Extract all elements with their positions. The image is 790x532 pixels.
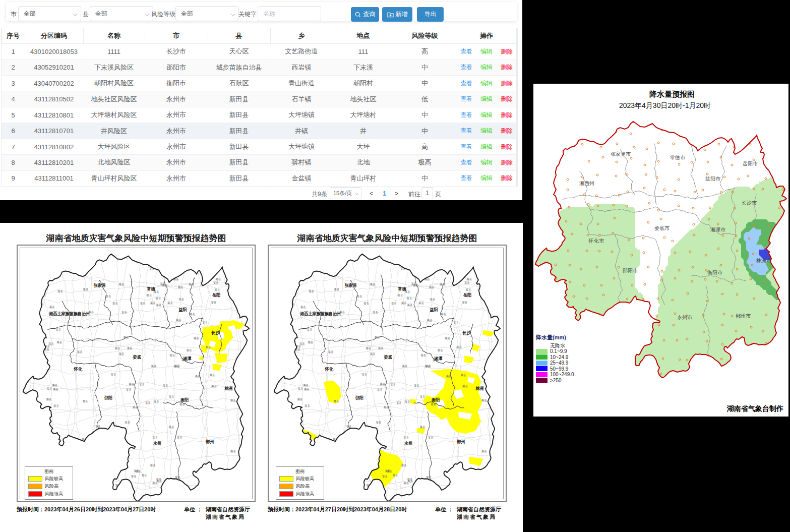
- svg-text:某县: 某县: [150, 302, 156, 305]
- svg-text:某县: 某县: [290, 282, 296, 285]
- svg-text:某县: 某县: [407, 297, 412, 300]
- svg-text:某县: 某县: [466, 288, 471, 291]
- svg-text:某县: 某县: [169, 395, 174, 398]
- svg-text:某县: 某县: [56, 328, 62, 331]
- svg-text:某县: 某县: [127, 347, 133, 350]
- svg-text:郴州: 郴州: [457, 439, 465, 444]
- svg-text:邵阳市: 邵阳市: [623, 268, 638, 273]
- svg-text:株洲: 株洲: [475, 386, 483, 391]
- svg-text:某县: 某县: [428, 436, 434, 439]
- svg-text:永州市: 永州市: [677, 315, 693, 320]
- svg-text:湘西土家族苗族自治州: 湘西土家族苗族自治州: [48, 311, 90, 316]
- svg-text:湘潭市: 湘潭市: [710, 227, 726, 232]
- svg-text:益阳: 益阳: [178, 307, 187, 312]
- svg-text:某县: 某县: [126, 388, 132, 391]
- svg-text:某县: 某县: [156, 297, 161, 300]
- svg-text:某县: 某县: [403, 482, 409, 485]
- svg-text:某县: 某县: [187, 349, 192, 352]
- svg-text:郴州市: 郴州市: [736, 313, 751, 319]
- svg-text:某县: 某县: [233, 290, 238, 293]
- svg-text:某县: 某县: [115, 347, 120, 350]
- svg-text:某县: 某县: [75, 461, 81, 464]
- svg-text:邵阳: 邵阳: [355, 395, 363, 400]
- svg-text:某县: 某县: [170, 354, 175, 357]
- svg-text:某县: 某县: [431, 403, 436, 406]
- svg-text:某县: 某县: [363, 302, 369, 305]
- svg-text:某县: 某县: [305, 404, 310, 407]
- svg-text:某县: 某县: [109, 460, 115, 463]
- svg-text:怀化: 怀化: [74, 367, 83, 372]
- svg-text:永州: 永州: [153, 441, 161, 446]
- svg-text:某县: 某县: [83, 288, 89, 291]
- svg-text:某县: 某县: [376, 421, 381, 424]
- svg-text:某县: 某县: [299, 342, 305, 345]
- svg-text:某县: 某县: [82, 448, 87, 451]
- svg-text:某县: 某县: [384, 406, 389, 409]
- svg-text:衡阳市: 衡阳市: [707, 270, 723, 275]
- svg-text:岳阳: 岳阳: [212, 292, 220, 297]
- svg-text:某县: 某县: [420, 426, 426, 429]
- svg-text:张家界市: 张家界市: [611, 151, 631, 157]
- svg-text:某县: 某县: [52, 384, 57, 387]
- svg-text:某县: 某县: [104, 456, 110, 459]
- svg-text:某县: 某县: [190, 313, 195, 316]
- svg-text:某县: 某县: [41, 437, 46, 440]
- svg-text:某县: 某县: [111, 430, 117, 433]
- svg-text:某县: 某县: [446, 375, 452, 378]
- svg-text:某县: 某县: [151, 364, 157, 367]
- svg-text:永州: 永州: [404, 441, 412, 446]
- svg-text:某县: 某县: [210, 374, 215, 377]
- svg-text:某县: 某县: [464, 281, 470, 284]
- svg-text:某县: 某县: [156, 304, 162, 307]
- svg-text:某县: 某县: [140, 302, 146, 305]
- svg-text:某县: 某县: [445, 336, 450, 339]
- svg-text:某县: 某县: [189, 282, 194, 285]
- svg-text:某县: 某县: [373, 311, 378, 314]
- svg-text:某县: 某县: [147, 294, 152, 297]
- svg-text:邵阳: 邵阳: [104, 395, 112, 400]
- svg-text:某县: 某县: [124, 336, 129, 339]
- svg-text:娄底: 娄底: [384, 354, 393, 360]
- svg-text:某县: 某县: [230, 399, 236, 402]
- svg-text:某县: 某县: [169, 426, 174, 429]
- svg-text:某县: 某县: [152, 482, 158, 485]
- svg-text:某县: 某县: [393, 474, 398, 477]
- svg-text:某县: 某县: [213, 281, 219, 284]
- svg-text:湘西土家族苗族自治州: 湘西土家族苗族自治州: [299, 311, 341, 316]
- svg-text:某县: 某县: [179, 403, 185, 406]
- svg-text:某县: 某县: [177, 436, 183, 439]
- svg-text:某县: 某县: [134, 469, 139, 472]
- svg-text:某县: 某县: [291, 358, 297, 361]
- svg-text:某县: 某县: [425, 365, 431, 368]
- svg-text:某县: 某县: [309, 290, 314, 293]
- svg-text:娄底市: 娄底市: [654, 225, 670, 231]
- svg-text:某县: 某县: [366, 347, 372, 350]
- svg-text:某县: 某县: [357, 295, 362, 298]
- svg-text:某县: 某县: [53, 404, 59, 407]
- svg-text:怀化: 怀化: [325, 367, 334, 372]
- svg-text:某县: 某县: [83, 400, 88, 403]
- svg-text:某县: 某县: [334, 288, 340, 291]
- svg-text:衡阳: 衡阳: [180, 397, 189, 402]
- svg-text:某县: 某县: [441, 313, 446, 316]
- svg-text:某县: 某县: [230, 449, 236, 452]
- svg-text:某县: 某县: [150, 463, 156, 466]
- svg-text:某县: 某县: [63, 457, 69, 460]
- svg-text:某县: 某县: [429, 286, 435, 289]
- svg-text:某县: 某县: [414, 384, 419, 387]
- svg-text:某县: 某县: [121, 311, 127, 314]
- svg-text:某县: 某县: [462, 385, 468, 388]
- svg-text:某县: 某县: [421, 354, 427, 357]
- svg-text:某县: 某县: [112, 302, 118, 305]
- svg-text:某县: 某县: [174, 365, 179, 368]
- svg-text:某县: 某县: [481, 399, 487, 402]
- svg-text:怀化市: 怀化市: [588, 238, 604, 244]
- svg-text:某县: 某县: [106, 295, 111, 298]
- svg-text:张家界: 张家界: [94, 283, 106, 288]
- svg-text:某县: 某县: [102, 438, 107, 441]
- svg-text:某县: 某县: [333, 448, 338, 451]
- svg-text:某县: 某县: [375, 336, 380, 339]
- svg-text:某县: 某县: [370, 352, 376, 355]
- svg-text:某县: 某县: [460, 271, 465, 274]
- svg-text:某县: 某县: [355, 456, 361, 459]
